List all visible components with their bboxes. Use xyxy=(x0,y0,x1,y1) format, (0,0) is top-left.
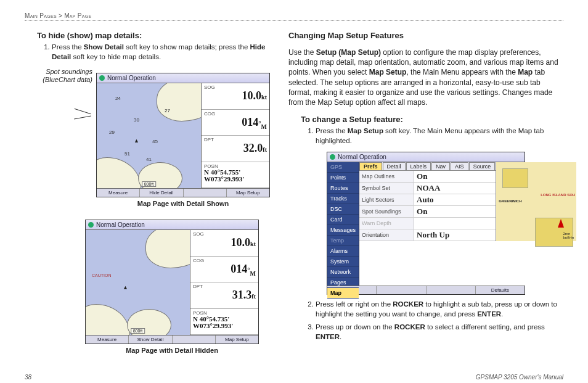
softkey-blank xyxy=(427,286,476,294)
sidebar-item[interactable]: Routes xyxy=(327,183,359,194)
subtab-bar: Prefs Detail Labels Nav AIS Source xyxy=(359,162,496,171)
sidebar-item[interactable]: Alarms xyxy=(327,246,359,257)
subtab-detail[interactable]: Detail xyxy=(383,162,406,170)
setting-key: Symbol Set xyxy=(359,183,414,194)
sog-unit: kt xyxy=(261,94,267,101)
cog-value: 014 xyxy=(242,116,258,128)
sidebar-item[interactable]: Messages xyxy=(327,225,359,236)
softkey-defaults[interactable]: Defaults xyxy=(476,286,525,294)
softkey-hide-detail[interactable]: Hide Detail xyxy=(140,189,183,197)
cog-unit: M xyxy=(261,123,267,130)
sidebar-item[interactable]: Network xyxy=(327,267,359,278)
setting-key: Warn Depth xyxy=(359,218,414,229)
status-dot-icon xyxy=(330,154,335,160)
preview-label: GREENWICH xyxy=(499,199,521,203)
map-page-detail-shown: Normal Operation 24 30 45 51 29 27 xyxy=(96,73,270,197)
sidebar-item[interactable]: DSC xyxy=(327,204,359,215)
txt: soft key to show map details; press the xyxy=(124,43,250,51)
hide-show-steps: Press the Show Detail soft key to show m… xyxy=(52,43,270,62)
setting-value[interactable]: On xyxy=(414,206,496,217)
posn-lat: N 40°54.735' xyxy=(193,316,256,323)
frame-title: Normal Operation xyxy=(96,221,145,228)
sidebar-item[interactable]: Card xyxy=(327,215,359,225)
map-canvas: 24 30 45 51 29 27 41 ▲ 800ft xyxy=(97,83,201,188)
sidebar-item[interactable]: Tracks xyxy=(327,194,359,204)
txt: soft key to hide map details. xyxy=(71,53,161,60)
txt: Spot soundings xyxy=(25,68,92,76)
subtab-ais[interactable]: AIS xyxy=(451,162,468,170)
setting-value xyxy=(414,218,496,229)
preview-label: LONG ISLAND SOU xyxy=(541,193,575,197)
txt: Press the xyxy=(52,43,84,51)
compass-icon xyxy=(558,219,564,228)
spot-soundings-label: Spot soundings (BlueChart data) xyxy=(25,68,92,84)
setting-value[interactable]: On xyxy=(414,171,496,182)
data-panel: SOG10.0kt COG014°M DPT32.0ft POSNN 40°54… xyxy=(201,83,269,188)
show-detail-label: Show Detail xyxy=(84,43,124,51)
manual-title: GPSMAP 3205 Owner's Manual xyxy=(476,374,563,381)
change-setup-steps-cont: Press left or right on the ROCKER to hig… xyxy=(316,300,563,342)
map-preview: GREENWICH LONG ISLAND SOU 2nmbuilt-in xyxy=(496,162,576,241)
softkey-measure[interactable]: Measure xyxy=(86,336,129,344)
setting-value[interactable]: North Up xyxy=(414,229,496,241)
sog-value: 10.0 xyxy=(242,89,262,102)
softkey-show-detail[interactable]: Show Detail xyxy=(129,336,172,344)
status-dot-icon xyxy=(88,222,94,228)
fig1-caption: Map Page with Detail Shown xyxy=(96,200,270,207)
posn-lon: W073°29.993' xyxy=(193,323,256,329)
data-panel: SOG10.0kt COG014°M DPT31.3ft POSNN 40°54… xyxy=(190,230,258,335)
cog-unit: M xyxy=(250,270,256,276)
page-number: 38 xyxy=(25,374,31,381)
softkey-map-setup[interactable]: Map Setup xyxy=(216,336,258,344)
setting-value[interactable]: NOAA xyxy=(414,183,496,194)
sidebar-item[interactable]: System xyxy=(327,257,359,267)
dpt-value: 31.3 xyxy=(232,289,252,301)
sog-value: 10.0 xyxy=(231,236,251,249)
setting-key: Orientation xyxy=(359,229,414,241)
changing-map-setup-heading: Changing Map Setup Features xyxy=(288,31,563,40)
hide-show-heading: To hide (show) map details: xyxy=(37,31,270,40)
softkey-blank xyxy=(184,189,227,197)
cog-value: 014 xyxy=(231,263,247,275)
setting-key: Spot Soundings xyxy=(359,206,414,217)
posn-lon: W073°29.993' xyxy=(204,176,267,183)
subtab-prefs[interactable]: Prefs xyxy=(359,162,382,170)
setting-key: Light Sectors xyxy=(359,194,414,205)
sidebar-item[interactable]: GPS xyxy=(327,162,359,173)
change-setup-steps: Press the Map Setup soft key. The Main M… xyxy=(316,126,563,146)
callout-arrow xyxy=(74,109,92,139)
softkey-map-setup[interactable]: Map Setup xyxy=(227,189,269,197)
dpt-unit: ft xyxy=(251,293,256,300)
status-dot-icon xyxy=(99,75,105,81)
main-menu-sidebar: GPS Points Routes Tracks DSC Card Messag… xyxy=(327,162,359,286)
txt: (BlueChart data) xyxy=(25,76,92,84)
to-change-setup-heading: To change a Setup feature: xyxy=(301,115,563,124)
dpt-value: 32.0 xyxy=(243,142,263,154)
softkey-blank xyxy=(173,336,216,344)
sog-unit: kt xyxy=(250,241,256,247)
softkey-blank xyxy=(327,286,377,294)
breadcrumb: Main Pages > Map Page xyxy=(25,12,563,21)
page-footer: 38 GPSMAP 3205 Owner's Manual xyxy=(25,374,563,381)
map-canvas: ▲ CAUTION 800ft xyxy=(86,230,190,335)
frame-title: Normal Operation xyxy=(107,75,156,81)
intro-paragraph: Use the Setup (Map Setup) option to conf… xyxy=(288,47,563,107)
sidebar-item[interactable]: Points xyxy=(327,173,359,183)
sidebar-item[interactable]: Temp xyxy=(327,236,359,246)
frame-title: Normal Operation xyxy=(338,154,386,160)
posn-lat: N 40°54.755' xyxy=(204,169,267,176)
subtab-nav[interactable]: Nav xyxy=(431,162,450,170)
setting-value[interactable]: Auto xyxy=(414,194,496,205)
map-page-detail-hidden: Normal Operation ▲ CAUTION 800ft SOG10.0… xyxy=(85,220,259,344)
subtab-labels[interactable]: Labels xyxy=(406,162,431,170)
setting-key: Map Outlines xyxy=(359,171,414,182)
fig2-caption: Map Page with Detail Hidden xyxy=(74,347,270,354)
map-setup-screenshot: Normal Operation GPS Points Routes Track… xyxy=(327,152,525,295)
softkey-blank xyxy=(377,286,426,294)
subtab-source[interactable]: Source xyxy=(469,162,496,170)
dpt-unit: ft xyxy=(263,146,267,153)
softkey-measure[interactable]: Measure xyxy=(97,189,140,197)
